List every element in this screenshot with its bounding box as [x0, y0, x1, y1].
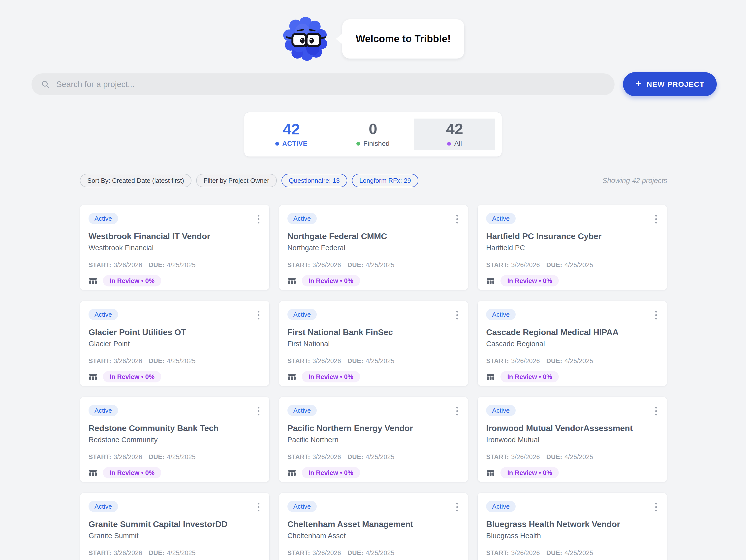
- stat-active-value: 42: [283, 121, 300, 137]
- card-title[interactable]: Redstone Community Bank Tech: [89, 423, 261, 433]
- stat-finished[interactable]: 0 Finished: [332, 118, 414, 150]
- card-dates: START: 3/26/2026 DUE: 4/25/2025: [287, 357, 460, 365]
- status-badge: Active: [287, 501, 317, 512]
- review-progress-badge: In Review • 0%: [500, 275, 559, 286]
- project-card[interactable]: Active Pacific Northern Energy Vendor Pa…: [279, 397, 468, 482]
- questionnaire-filter-chip[interactable]: Questionnaire: 13: [282, 174, 347, 187]
- stats-section: 42 ACTIVE 0 Finished 42 All: [0, 112, 746, 157]
- due-label: DUE:: [148, 549, 165, 557]
- stat-all[interactable]: 42 All: [414, 118, 495, 150]
- card-company: First National: [287, 340, 460, 348]
- start-label: START:: [486, 261, 509, 269]
- stat-finished-value: 0: [369, 121, 377, 137]
- start-label: START:: [486, 357, 509, 365]
- card-dates: START: 3/26/2026 DUE: 4/25/2025: [486, 261, 658, 269]
- kebab-menu-icon[interactable]: [455, 501, 460, 513]
- start-value: 3/26/2026: [312, 453, 341, 461]
- sort-by-chip[interactable]: Sort By: Created Date (latest first): [80, 174, 192, 187]
- due-label: DUE:: [148, 261, 165, 269]
- card-title[interactable]: First National Bank FinSec: [287, 327, 460, 337]
- card-header: Active: [287, 213, 460, 225]
- card-title[interactable]: Granite Summit Capital InvestorDD: [89, 519, 261, 529]
- status-badge: Active: [89, 405, 118, 416]
- card-title[interactable]: Westbrook Financial IT Vendor: [89, 231, 261, 241]
- card-footer: In Review • 0%: [287, 467, 460, 478]
- card-dates: START: 3/26/2026 DUE: 4/25/2025: [287, 261, 460, 269]
- card-header: Active: [486, 405, 658, 417]
- start-label: START:: [89, 549, 111, 557]
- status-badge: Active: [287, 405, 317, 416]
- table-icon: [486, 373, 495, 381]
- card-footer: In Review • 0%: [486, 371, 658, 383]
- card-title[interactable]: Cascade Regional Medical HIPAA: [486, 327, 658, 337]
- kebab-menu-icon[interactable]: [256, 309, 261, 321]
- project-card[interactable]: Active Hartfield PC Insurance Cyber Hart…: [478, 205, 667, 290]
- due-value: 4/25/2025: [167, 453, 196, 461]
- project-card[interactable]: Active Northgate Federal CMMC Northgate …: [279, 205, 468, 290]
- project-card[interactable]: Active Westbrook Financial IT Vendor Wes…: [80, 205, 269, 290]
- project-search-bar[interactable]: [31, 74, 614, 95]
- kebab-menu-icon[interactable]: [455, 405, 460, 417]
- kebab-menu-icon[interactable]: [654, 213, 658, 225]
- stat-active[interactable]: 42 ACTIVE: [251, 118, 332, 150]
- card-title[interactable]: Northgate Federal CMMC: [287, 231, 460, 241]
- due-value: 4/25/2025: [565, 357, 593, 365]
- review-progress-badge: In Review • 0%: [302, 467, 360, 478]
- card-company: Westbrook Financial: [89, 244, 261, 252]
- project-card[interactable]: Active Ironwood Mutual VendorAssessment …: [478, 397, 667, 482]
- project-card[interactable]: Active Cheltenham Asset Management Chelt…: [279, 493, 468, 560]
- project-card[interactable]: Active Bluegrass Health Network Vendor B…: [478, 493, 667, 560]
- card-title[interactable]: Hartfield PC Insurance Cyber: [486, 231, 658, 241]
- due-label: DUE:: [546, 549, 562, 557]
- due-label: DUE:: [148, 357, 165, 365]
- card-company: Glacier Point: [89, 340, 261, 348]
- status-badge: Active: [287, 213, 317, 224]
- card-company: Pacific Northern: [287, 436, 460, 444]
- tribble-mascot-logo: [282, 16, 331, 62]
- longform-rfx-filter-chip[interactable]: Longform RFx: 29: [352, 174, 419, 187]
- new-project-label: NEW PROJECT: [647, 80, 704, 88]
- card-title[interactable]: Ironwood Mutual VendorAssessment: [486, 423, 658, 433]
- card-header: Active: [89, 405, 261, 417]
- review-progress-badge: In Review • 0%: [103, 467, 161, 478]
- kebab-menu-icon[interactable]: [256, 213, 261, 225]
- review-progress-badge: In Review • 0%: [302, 371, 360, 383]
- kebab-menu-icon[interactable]: [256, 405, 261, 417]
- kebab-menu-icon[interactable]: [455, 213, 460, 225]
- kebab-menu-icon[interactable]: [654, 501, 658, 513]
- search-input[interactable]: [56, 80, 605, 89]
- due-label: DUE:: [546, 261, 562, 269]
- start-label: START:: [89, 357, 111, 365]
- project-card[interactable]: Active Glacier Point Utilities OT Glacie…: [80, 301, 269, 386]
- filter-owner-chip[interactable]: Filter by Project Owner: [196, 174, 277, 187]
- card-title[interactable]: Cheltenham Asset Management: [287, 519, 460, 529]
- project-card[interactable]: Active Cascade Regional Medical HIPAA Ca…: [478, 301, 667, 386]
- card-title[interactable]: Glacier Point Utilities OT: [89, 327, 261, 337]
- due-label: DUE:: [347, 549, 363, 557]
- card-title[interactable]: Pacific Northern Energy Vendor: [287, 423, 460, 433]
- start-value: 3/26/2026: [114, 261, 142, 269]
- stat-active-label: ACTIVE: [275, 140, 308, 147]
- project-stats-card: 42 ACTIVE 0 Finished 42 All: [244, 112, 502, 157]
- kebab-menu-icon[interactable]: [654, 405, 658, 417]
- card-title[interactable]: Bluegrass Health Network Vendor: [486, 519, 658, 529]
- due-value: 4/25/2025: [167, 357, 196, 365]
- start-label: START:: [486, 549, 509, 557]
- kebab-menu-icon[interactable]: [455, 309, 460, 321]
- kebab-menu-icon[interactable]: [654, 309, 658, 321]
- table-icon: [89, 277, 97, 285]
- due-value: 4/25/2025: [565, 549, 593, 557]
- kebab-menu-icon[interactable]: [256, 501, 261, 513]
- card-header: Active: [89, 213, 261, 225]
- finished-dot-icon: [356, 142, 360, 146]
- project-card[interactable]: Active Redstone Community Bank Tech Reds…: [80, 397, 269, 482]
- table-icon: [486, 469, 495, 477]
- new-project-button[interactable]: + NEW PROJECT: [623, 72, 717, 96]
- due-value: 4/25/2025: [565, 261, 593, 269]
- table-icon: [486, 277, 495, 285]
- card-header: Active: [287, 405, 460, 417]
- all-dot-icon: [447, 142, 451, 146]
- card-footer: In Review • 0%: [287, 275, 460, 286]
- project-card[interactable]: Active First National Bank FinSec First …: [279, 301, 468, 386]
- project-card[interactable]: Active Granite Summit Capital InvestorDD…: [80, 493, 269, 560]
